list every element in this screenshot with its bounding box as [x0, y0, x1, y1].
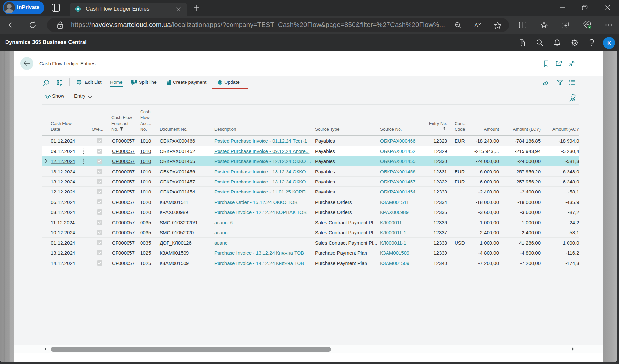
svg-text:A: A [474, 22, 478, 28]
